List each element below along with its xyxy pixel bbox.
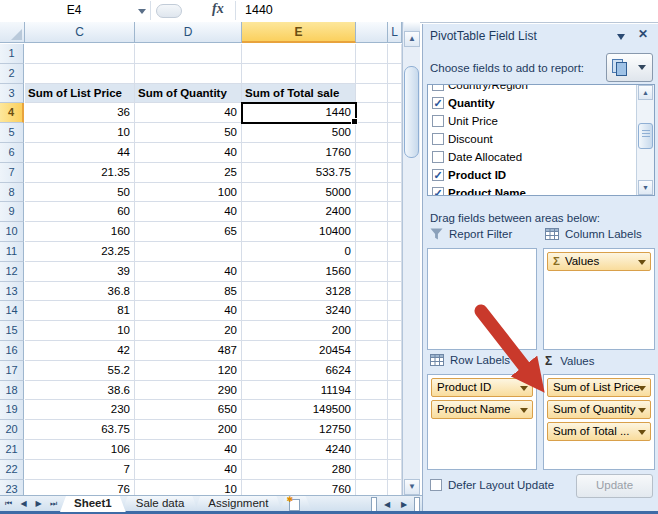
field-list-layout-button[interactable]	[606, 53, 653, 82]
cell[interactable]	[356, 44, 388, 64]
cell[interactable]: 5000	[242, 183, 356, 203]
cell[interactable]: 65	[135, 222, 242, 242]
name-box-dropdown-icon[interactable]	[138, 9, 146, 18]
row-header-1[interactable]: 1	[0, 44, 24, 64]
cell[interactable]	[356, 64, 388, 84]
cell[interactable]	[388, 301, 402, 321]
cell[interactable]: 10	[135, 480, 242, 495]
cell[interactable]	[388, 123, 402, 143]
cell[interactable]: 23.25	[25, 242, 135, 262]
select-all-corner[interactable]	[0, 22, 25, 43]
pivot-field-button-product-id[interactable]: Product ID	[431, 378, 533, 397]
cell[interactable]	[356, 123, 388, 143]
column-header-C[interactable]: C	[25, 22, 135, 43]
cell[interactable]	[356, 222, 388, 242]
checkbox-unchecked-icon[interactable]	[432, 151, 444, 163]
sheet-tab-assignment[interactable]: Assignment	[194, 496, 282, 512]
row-header-17[interactable]: 17	[0, 361, 24, 381]
cell[interactable]: 40	[135, 301, 242, 321]
cell[interactable]: 3240	[242, 301, 356, 321]
checkbox-unchecked-icon[interactable]	[432, 133, 444, 145]
cell[interactable]: 3128	[242, 282, 356, 302]
cell[interactable]	[356, 420, 388, 440]
checkbox-checked-icon[interactable]: ✓	[432, 169, 444, 181]
cell[interactable]: 10	[25, 321, 135, 341]
field-item-quantity[interactable]: ✓Quantity	[428, 94, 634, 112]
scroll-up-icon[interactable]: ▲	[638, 85, 653, 100]
cell[interactable]: 290	[135, 381, 242, 401]
panel-menu-icon[interactable]	[617, 34, 625, 44]
cell[interactable]	[356, 341, 388, 361]
cell[interactable]: 2400	[242, 202, 356, 222]
cell[interactable]: 1760	[242, 143, 356, 163]
cell[interactable]: 38.6	[25, 381, 135, 401]
cell[interactable]: 21.35	[25, 163, 135, 183]
field-item-country-region[interactable]: Country/Region	[428, 84, 634, 94]
cell[interactable]: 10	[25, 123, 135, 143]
cell[interactable]: 200	[135, 420, 242, 440]
cell[interactable]	[242, 44, 356, 64]
row-header-2[interactable]: 2	[0, 64, 24, 84]
cell[interactable]	[356, 381, 388, 401]
cell[interactable]: 650	[135, 400, 242, 420]
cell[interactable]	[356, 301, 388, 321]
pivot-field-button-values[interactable]: ΣValues	[547, 252, 651, 271]
cell[interactable]: 36.8	[25, 282, 135, 302]
row-header-4[interactable]: 4	[0, 103, 24, 123]
cell[interactable]: 500	[242, 123, 356, 143]
close-icon[interactable]: ✕	[638, 27, 648, 41]
row-header-7[interactable]: 7	[0, 163, 24, 183]
cell[interactable]	[356, 460, 388, 480]
cell[interactable]: 85	[135, 282, 242, 302]
chevron-down-icon[interactable]	[638, 430, 646, 439]
row-header-10[interactable]: 10	[0, 222, 24, 242]
worksheet-grid[interactable]: 123Sum of List PriceSum of QuantitySum o…	[0, 44, 402, 495]
column-header-L[interactable]: L	[388, 22, 402, 43]
sheet-tab-sheet1[interactable]: Sheet1	[60, 496, 126, 512]
row-labels-area[interactable]: Product IDProduct Name	[427, 374, 537, 470]
row-header-16[interactable]: 16	[0, 341, 24, 361]
cell[interactable]	[356, 103, 388, 123]
cell[interactable]	[242, 64, 356, 84]
cell[interactable]: 40	[135, 143, 242, 163]
cell[interactable]: 40	[135, 103, 242, 123]
cell[interactable]	[388, 222, 402, 242]
cell[interactable]: 36	[25, 103, 135, 123]
field-item-discount[interactable]: Discount	[428, 130, 634, 148]
cell[interactable]: 7	[25, 460, 135, 480]
tab-split-handle[interactable]	[371, 497, 377, 512]
cell[interactable]: 76	[25, 480, 135, 495]
next-sheet-icon[interactable]: ▶	[32, 497, 45, 511]
cell[interactable]	[388, 103, 402, 123]
field-list-scrollbar[interactable]: ▲▼	[636, 85, 654, 195]
row-header-3[interactable]: 3	[0, 84, 24, 104]
cell[interactable]	[356, 480, 388, 495]
cell[interactable]	[388, 440, 402, 460]
cell[interactable]: 100	[135, 183, 242, 203]
cell[interactable]: 40	[135, 440, 242, 460]
field-item-unit-price[interactable]: Unit Price	[428, 112, 634, 130]
cell[interactable]: 39	[25, 262, 135, 282]
formula-input[interactable]: 1440	[245, 0, 273, 21]
sheet-tab-sale-data[interactable]: Sale data	[122, 496, 199, 512]
row-header-18[interactable]: 18	[0, 381, 24, 401]
chevron-down-icon[interactable]	[638, 408, 646, 417]
cell[interactable]	[135, 44, 242, 64]
cell[interactable]: Sum of List Price	[25, 84, 135, 104]
cell[interactable]	[388, 143, 402, 163]
chevron-down-icon[interactable]	[520, 386, 528, 395]
scroll-up-icon[interactable]: ▲	[404, 31, 420, 47]
cell[interactable]: 200	[242, 321, 356, 341]
formula-bar-collapse-handle[interactable]	[156, 4, 182, 18]
row-header-20[interactable]: 20	[0, 420, 24, 440]
cell[interactable]	[388, 282, 402, 302]
row-header-11[interactable]: 11	[0, 242, 24, 262]
cell[interactable]	[356, 282, 388, 302]
cell[interactable]	[388, 163, 402, 183]
scroll-down-icon[interactable]: ▼	[404, 479, 420, 495]
vertical-scrollbar[interactable]: ▲ ▼	[402, 22, 420, 495]
cell[interactable]: 55.2	[25, 361, 135, 381]
update-button[interactable]: Update	[576, 474, 653, 498]
cell[interactable]: 81	[25, 301, 135, 321]
cell[interactable]: 106	[25, 440, 135, 460]
